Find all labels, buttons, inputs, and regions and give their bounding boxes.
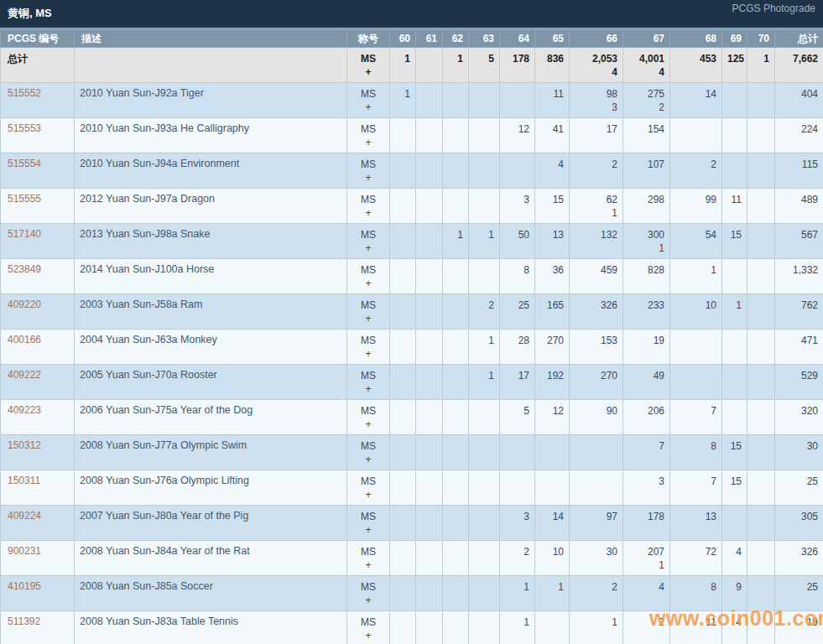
cell-value: 13 bbox=[675, 510, 716, 523]
grade-60-cell bbox=[390, 330, 416, 365]
pcgs-number-link[interactable]: 410195 bbox=[1, 576, 75, 611]
grade-63-cell bbox=[469, 576, 500, 611]
cell-value: 2 bbox=[575, 158, 617, 171]
plus-count: 1 bbox=[628, 242, 664, 255]
table-row: 4101952008 Yuan Sun-J85a SoccerMS+112489… bbox=[1, 576, 823, 611]
grade-67-cell: 2071 bbox=[623, 541, 670, 576]
grade-67-cell: 7 bbox=[623, 435, 670, 470]
grade-62-cell bbox=[443, 576, 469, 611]
grade-61-cell bbox=[416, 224, 443, 259]
grade-68-cell: 13 bbox=[670, 506, 722, 541]
grade-66-cell: 326 bbox=[570, 294, 623, 330]
grade-68-cell: 11 bbox=[670, 611, 722, 644]
grade-64-cell: 12 bbox=[500, 118, 535, 153]
cell-value: 2 bbox=[505, 545, 529, 558]
column-header-63: 63 bbox=[469, 29, 500, 48]
cell-value: 11 bbox=[727, 193, 742, 206]
grade-60-cell bbox=[390, 224, 416, 259]
pcgs-number-link[interactable]: 150312 bbox=[1, 435, 75, 470]
grade-62-cell bbox=[443, 259, 469, 294]
cell-value: 12 bbox=[540, 404, 564, 418]
table-row: 5155532010 Yuan Sun-J93a He CalligraphyM… bbox=[1, 118, 823, 153]
pcgs-number-link[interactable]: 150311 bbox=[1, 470, 75, 506]
pcgs-number-link[interactable]: 515555 bbox=[1, 189, 75, 224]
grade-65-cell: 36 bbox=[535, 259, 570, 294]
grade-68-cell: 1 bbox=[670, 259, 722, 294]
grade-63-cell bbox=[469, 435, 500, 470]
pcgs-number-link[interactable]: 517140 bbox=[1, 224, 75, 259]
grade-62-cell bbox=[443, 435, 469, 470]
column-header-pcgs-number: PCGS 编号 bbox=[1, 29, 75, 48]
pcgs-number-link[interactable]: 900231 bbox=[1, 541, 75, 576]
grade-62-cell bbox=[443, 153, 469, 189]
cell-value: 15 bbox=[727, 439, 742, 453]
cell-value: 1 bbox=[753, 52, 769, 65]
coin-description: 2010 Yuan Sun-J92a Tiger bbox=[75, 83, 347, 118]
coin-description: 2010 Yuan Sun-J94a Environment bbox=[75, 153, 347, 189]
grade-68-cell: 14 bbox=[670, 83, 722, 118]
grade-64-cell: 8 bbox=[500, 259, 535, 294]
grade-60-cell bbox=[390, 365, 416, 400]
cell-value: 192 bbox=[540, 369, 564, 382]
pcgs-number-link[interactable]: 515554 bbox=[1, 153, 75, 189]
row-total-cell: 489 bbox=[775, 189, 823, 224]
cell-value: 1 bbox=[540, 580, 564, 594]
cell-value: 72 bbox=[675, 545, 716, 558]
cell-value: 567 bbox=[780, 228, 818, 242]
cell-value: 1 bbox=[575, 615, 617, 629]
grade-62-cell bbox=[443, 365, 469, 400]
cell-value: 529 bbox=[780, 369, 818, 382]
cell-value: MS bbox=[349, 158, 388, 171]
grade-61-cell bbox=[416, 400, 443, 435]
cell-value: 233 bbox=[628, 299, 664, 312]
cell-value: 36 bbox=[540, 263, 564, 277]
pcgs-number-link[interactable]: 400166 bbox=[1, 330, 75, 365]
pcgs-number-link[interactable]: 409223 bbox=[1, 400, 75, 435]
pcgs-number-link[interactable]: 511392 bbox=[1, 611, 75, 644]
cell-value: 15 bbox=[727, 228, 742, 242]
column-header-65: 65 bbox=[535, 29, 570, 48]
pcgs-number-link[interactable]: 523849 bbox=[1, 259, 75, 294]
grade-67-cell: 2752 bbox=[623, 83, 670, 118]
designation-cell: MS+ bbox=[347, 611, 390, 644]
table-row: 1503112008 Yuan Sun-J76a Olympic Lifting… bbox=[1, 470, 823, 506]
row-total-cell: 404 bbox=[775, 83, 823, 118]
grade-65-cell: 12 bbox=[535, 400, 570, 435]
grade-67-cell: 19 bbox=[623, 330, 670, 365]
pcgs-number-link[interactable]: 409224 bbox=[1, 506, 75, 541]
cell-value: 275 bbox=[628, 87, 664, 101]
cell-value: 305 bbox=[780, 510, 818, 523]
cell-value: 1 bbox=[474, 369, 494, 382]
grade-62-cell: 1 bbox=[443, 224, 469, 259]
column-header-69: 69 bbox=[722, 29, 747, 48]
grade-61-cell bbox=[416, 153, 443, 189]
grade-61-cell bbox=[416, 48, 443, 83]
population-table: PCGS 编号描述称号6061626364656667686970总计 总计MS… bbox=[0, 28, 823, 644]
table-row: 1503122008 Yuan Sun-J77a Olympic SwimMS+… bbox=[1, 435, 823, 470]
cell-value: 1 bbox=[505, 615, 529, 629]
cell-value: 3 bbox=[628, 475, 664, 488]
grade-64-cell: 3 bbox=[500, 189, 535, 224]
cell-value: 2,053 bbox=[575, 52, 617, 65]
grade-65-cell: 270 bbox=[535, 330, 570, 365]
grade-69-cell bbox=[722, 365, 747, 400]
grade-60-cell bbox=[390, 118, 416, 153]
pcgs-number-link[interactable]: 515553 bbox=[1, 118, 75, 153]
grade-65-cell: 4 bbox=[535, 153, 570, 189]
pcgs-number-link[interactable]: 409220 bbox=[1, 294, 75, 330]
cell-value: 8 bbox=[675, 439, 716, 453]
designation-cell: MS+ bbox=[347, 259, 390, 294]
cell-value: 836 bbox=[540, 52, 564, 65]
pcgs-number-link[interactable]: 515552 bbox=[1, 83, 75, 118]
grade-64-cell: 1 bbox=[500, 576, 535, 611]
grade-70-cell: 1 bbox=[747, 48, 775, 83]
pcgs-number-link[interactable]: 409222 bbox=[1, 365, 75, 400]
table-row: 5155552012 Yuan Sun-J97a DragonMS+315621… bbox=[1, 189, 823, 224]
cell-value: MS bbox=[349, 334, 388, 347]
photograde-link[interactable]: PCGS Photograde bbox=[732, 3, 815, 14]
cell-value: 1 bbox=[395, 52, 410, 65]
grade-69-cell bbox=[722, 118, 747, 153]
grade-67-cell: 2 bbox=[623, 611, 670, 644]
grade-65-cell bbox=[535, 470, 570, 506]
grade-65-cell: 836 bbox=[535, 48, 570, 83]
